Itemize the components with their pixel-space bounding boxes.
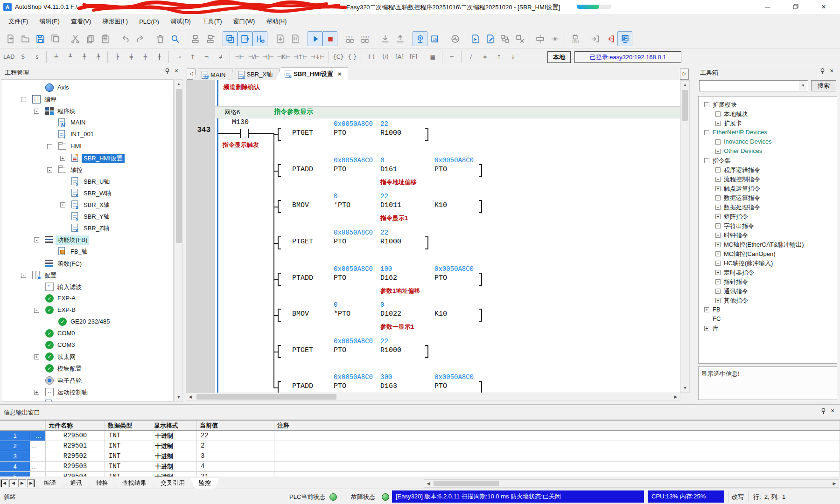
vertical-line-button[interactable]: ↑ xyxy=(185,51,199,62)
new-file-button[interactable] xyxy=(3,31,18,46)
return-line-button[interactable]: ↲ xyxy=(213,51,227,62)
output-tab-通讯[interactable]: 通讯 xyxy=(62,478,91,489)
tree-item-sbr_w[interactable]: SBR_W轴 xyxy=(1,187,173,199)
download-program-button[interactable] xyxy=(378,31,392,46)
expand-icon[interactable]: + xyxy=(34,401,39,402)
cross-node-button[interactable]: ╂ xyxy=(152,51,166,62)
expand-icon[interactable]: + xyxy=(34,354,39,359)
tree-item-[interactable]: -程序块 xyxy=(1,105,173,117)
chevron-down-icon[interactable]: ▼ xyxy=(799,81,807,90)
export-window-button[interactable] xyxy=(238,31,252,46)
coil-set-button[interactable]: [A] xyxy=(392,51,406,62)
corner-line-button[interactable]: ¬ xyxy=(199,51,213,62)
scrollbar-thumb[interactable] xyxy=(176,89,182,243)
cell-format[interactable]: 十进制 xyxy=(151,431,197,441)
expand-icon[interactable]: + xyxy=(715,186,721,191)
search-button[interactable]: 搜索 xyxy=(811,80,836,91)
output-nav-last-icon[interactable]: ▶ xyxy=(27,479,35,487)
editor-hscrollbar[interactable]: ◀ ▶ xyxy=(186,393,680,401)
collapse-icon[interactable]: - xyxy=(21,273,26,278)
cell-type[interactable]: INT xyxy=(105,462,151,471)
scroll-up-icon[interactable]: ▲ xyxy=(681,81,689,89)
cell-comment[interactable] xyxy=(274,441,840,451)
menu-item-1[interactable]: 文件(F) xyxy=(3,15,34,28)
cell-value[interactable]: 21 xyxy=(197,472,274,476)
tab-close-icon[interactable]: × xyxy=(338,70,342,77)
move-up-button[interactable]: ↑ xyxy=(492,51,506,62)
tree-item-sbr_y[interactable]: SBR_Y轴 xyxy=(1,211,173,222)
function-block-button[interactable]: ▦ xyxy=(426,51,440,62)
tree-item-com3[interactable]: COM3 xyxy=(1,339,173,351)
toolbox-item-mcethercat[interactable]: +MC轴控(EtherCAT&脉冲输出) xyxy=(699,240,837,249)
tab-sbr_x[interactable]: SBR_X轴 xyxy=(229,69,280,80)
tree-item-[interactable]: 模块配置 xyxy=(1,363,173,374)
expand-icon[interactable]: + xyxy=(715,233,721,238)
toolbox-item-[interactable]: -指令集 xyxy=(699,156,837,166)
row-select-button[interactable]: ... xyxy=(30,472,46,476)
oscilloscope-button[interactable] xyxy=(448,31,462,46)
tree-item-expa[interactable]: EXP-A xyxy=(1,293,173,304)
editor-vscrollbar[interactable]: ▲ ▼ xyxy=(680,80,690,393)
tree-item-ge20232485[interactable]: GE20-232/485 xyxy=(1,316,173,328)
contact-open-button[interactable]: ⊣⊢ xyxy=(232,51,246,62)
cell-value[interactable]: 3 xyxy=(197,451,274,461)
menu-item-8[interactable]: 窗口(W) xyxy=(227,15,260,28)
cell-value[interactable]: 4 xyxy=(197,462,274,471)
cell-comment[interactable] xyxy=(274,462,840,471)
delete-line-button[interactable]: ∕ xyxy=(464,51,478,62)
expand-icon[interactable]: + xyxy=(60,202,65,207)
toolbox-item-[interactable]: +字符串指令 xyxy=(699,221,837,231)
collapse-icon[interactable]: - xyxy=(21,97,26,102)
collapse-icon[interactable]: - xyxy=(704,130,709,135)
save-all-button[interactable] xyxy=(48,31,63,46)
scrollbar-thumb[interactable] xyxy=(434,481,499,486)
menu-item-7[interactable]: 工具(T) xyxy=(196,15,228,28)
toolbox-item-[interactable]: +扩展卡 xyxy=(699,119,837,128)
insert-branch-down-button[interactable]: ╄ xyxy=(91,51,105,62)
expand-icon[interactable]: + xyxy=(715,121,721,126)
toolbox-item-[interactable]: +定时器指令 xyxy=(699,268,837,277)
scroll-left-icon[interactable]: ◀ xyxy=(424,480,433,487)
run-button[interactable] xyxy=(308,31,322,46)
scrollbar-thumb[interactable] xyxy=(196,394,336,400)
collapse-icon[interactable]: - xyxy=(34,237,39,242)
scroll-right-icon[interactable]: ▶ xyxy=(672,393,680,400)
menu-item-9[interactable]: 帮助(H) xyxy=(260,15,292,28)
cell-type[interactable]: INT xyxy=(105,472,151,476)
copy-button[interactable] xyxy=(83,31,98,46)
tab-main[interactable]: MAIN xyxy=(193,69,233,80)
toolbox-item-[interactable]: +矩阵指令 xyxy=(699,212,837,221)
toolbox-item-[interactable]: +数据运算指令 xyxy=(699,193,837,203)
expand-icon[interactable]: + xyxy=(715,195,721,200)
column-header-1[interactable]: 元件名称 xyxy=(46,421,105,430)
column-header-5[interactable]: 注释 xyxy=(274,421,840,430)
insert-row-button[interactable] xyxy=(532,31,547,46)
upload-program-button[interactable] xyxy=(392,31,407,46)
tree-item-[interactable]: -轴控 xyxy=(1,164,173,176)
output-nav-prev-icon[interactable]: ◀ xyxy=(9,479,17,487)
row-select-button[interactable]: ... xyxy=(30,441,46,451)
cut-button[interactable] xyxy=(68,31,83,46)
inline-block-button[interactable]: { } xyxy=(345,51,359,62)
expand-icon[interactable]: + xyxy=(715,223,721,228)
insert-branch-up-button[interactable]: ╀ xyxy=(77,51,91,62)
toolbox-item-fc[interactable]: FC xyxy=(699,315,837,324)
row-select-button[interactable]: ... xyxy=(30,451,46,461)
scroll-down-icon[interactable]: ▼ xyxy=(681,384,689,392)
cell-name[interactable]: R29504 xyxy=(46,472,105,476)
output-tab-编译[interactable]: 编译 xyxy=(35,478,64,489)
step-into-button[interactable] xyxy=(588,31,602,46)
find-button[interactable] xyxy=(168,31,182,46)
menu-item-3[interactable]: 查看(V) xyxy=(65,15,97,28)
expand-icon[interactable]: + xyxy=(715,139,721,145)
table-row[interactable]: 5...R29504INT十进制21 xyxy=(0,472,840,476)
stop-button[interactable] xyxy=(322,31,337,46)
delete-row-button[interactable] xyxy=(547,31,562,46)
cell-value[interactable]: 22 xyxy=(197,431,274,441)
expand-icon[interactable]: + xyxy=(60,156,65,161)
move-down-button[interactable]: ↓ xyxy=(506,51,520,62)
output-tab-监控[interactable]: 监控 xyxy=(190,478,219,489)
output-tab-查找结果[interactable]: 查找结果 xyxy=(114,478,155,489)
delete-vertical-line-button[interactable]: ┿ xyxy=(138,51,152,62)
cell-type[interactable]: INT xyxy=(105,441,151,451)
